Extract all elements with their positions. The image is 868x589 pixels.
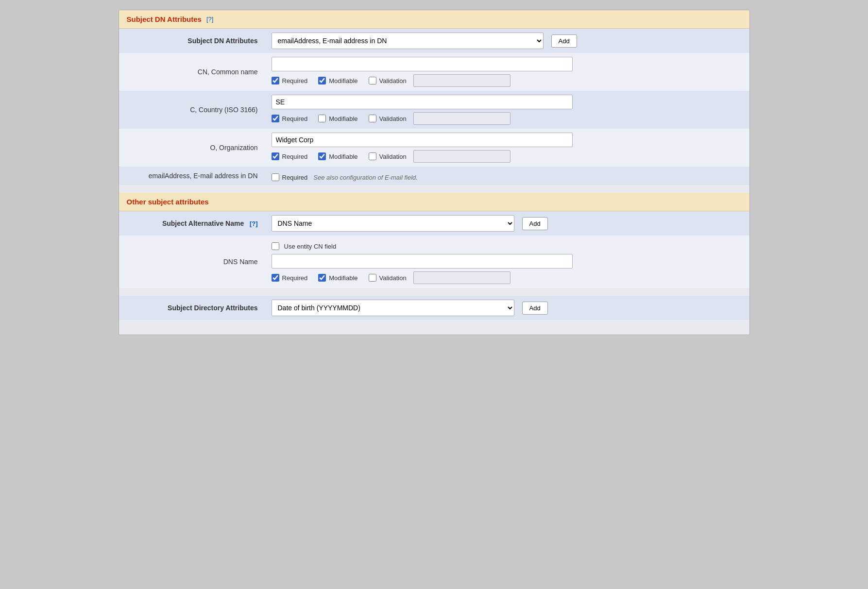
table-row: Subject Alternative Name [?] DNS Name IP…	[119, 211, 749, 236]
san-select[interactable]: DNS Name IP Address RFC 822 Name (email)	[272, 215, 514, 232]
email-dn-checkbox-row: Required See also configuration of E-mai…	[272, 173, 743, 181]
dns-checkbox-row: Required Modifiable Validation	[272, 271, 743, 284]
main-container: Subject DN Attributes [?] Subject DN Att…	[119, 10, 750, 335]
subject-dn-add-button[interactable]: Add	[551, 34, 577, 48]
country-modifiable-label: Modifiable	[329, 115, 357, 122]
dns-input-wrapper	[272, 254, 743, 269]
email-dn-required-checkbox[interactable]	[272, 173, 279, 181]
email-dn-note: See also configuration of E-mail field.	[313, 174, 418, 181]
org-validation-input[interactable]	[413, 150, 511, 163]
spacer-row-2	[119, 288, 749, 296]
country-validation-checkbox[interactable]	[369, 115, 376, 122]
dns-use-cn-label: Use entity CN field	[284, 243, 337, 250]
table-row: CN, Common name Required Modifiable Vali…	[119, 53, 749, 91]
dns-validation-checkbox[interactable]	[369, 274, 376, 282]
dns-modifiable-checkbox[interactable]	[318, 274, 326, 282]
org-value: Required Modifiable Validation	[265, 129, 749, 167]
sda-select-group: Date of birth (YYYYMMDD) Place of birth …	[272, 300, 743, 316]
country-value: Required Modifiable Validation	[265, 91, 749, 129]
email-dn-value: Required See also configuration of E-mai…	[265, 167, 749, 185]
dns-validation-label: Validation	[379, 274, 407, 282]
cn-label: CN, Common name	[119, 53, 265, 91]
dns-validation-input[interactable]	[413, 271, 511, 284]
cn-input[interactable]	[272, 57, 573, 71]
cn-modifiable-label: Modifiable	[329, 77, 357, 84]
sda-label: Subject Directory Attributes	[119, 296, 265, 320]
org-checkbox-row: Required Modifiable Validation	[272, 150, 743, 163]
sda-add-button[interactable]: Add	[522, 302, 548, 315]
spacer-row	[119, 185, 749, 193]
country-modifiable-checkbox[interactable]	[318, 115, 326, 122]
dns-required-checkbox[interactable]	[272, 274, 279, 282]
org-validation-label: Validation	[379, 153, 407, 160]
org-required-label: Required	[282, 153, 308, 160]
country-validation-input[interactable]	[413, 112, 511, 125]
org-modifiable-checkbox[interactable]	[318, 152, 326, 160]
org-required-checkbox[interactable]	[272, 152, 279, 160]
sda-value: Date of birth (YYYYMMDD) Place of birth …	[265, 296, 749, 320]
country-validation-label: Validation	[379, 115, 407, 122]
san-select-group: DNS Name IP Address RFC 822 Name (email)…	[272, 215, 743, 232]
country-required-checkbox[interactable]	[272, 115, 279, 122]
email-dn-label: emailAddress, E-mail address in DN	[119, 167, 265, 185]
table-row: emailAddress, E-mail address in DN Requi…	[119, 167, 749, 185]
dns-value: Use entity CN field Required Modifiable …	[265, 236, 749, 288]
other-subject-title: Other subject attributes	[127, 198, 209, 206]
table-row: O, Organization Required Modifiable Vali…	[119, 129, 749, 167]
email-dn-required-label: Required	[282, 174, 308, 181]
dns-modifiable-label: Modifiable	[329, 274, 357, 282]
cn-modifiable-checkbox[interactable]	[318, 77, 326, 84]
org-label: O, Organization	[119, 129, 265, 167]
dns-use-cn-row: Use entity CN field	[272, 242, 743, 250]
bottom-spacer-row	[119, 320, 749, 335]
country-required-label: Required	[282, 115, 308, 122]
table-row: C, Country (ISO 3166) Required Modifiabl…	[119, 91, 749, 129]
subject-dn-help-link[interactable]: [?]	[206, 16, 213, 23]
org-modifiable-label: Modifiable	[329, 153, 357, 160]
cn-validation-label: Validation	[379, 77, 407, 84]
table-row: Subject Directory Attributes Date of bir…	[119, 296, 749, 320]
san-label: Subject Alternative Name [?]	[119, 211, 265, 236]
cn-checkbox-row: Required Modifiable Validation	[272, 74, 743, 87]
country-label: C, Country (ISO 3166)	[119, 91, 265, 129]
table-row: Subject DN Attributes emailAddress, E-ma…	[119, 29, 749, 53]
san-help-link[interactable]: [?]	[250, 220, 258, 227]
sda-select[interactable]: Date of birth (YYYYMMDD) Place of birth …	[272, 300, 514, 316]
country-checkbox-row: Required Modifiable Validation	[272, 112, 743, 125]
cn-required-checkbox[interactable]	[272, 77, 279, 84]
table-row: DNS Name Use entity CN field Required Mo…	[119, 236, 749, 288]
dns-label: DNS Name	[119, 236, 265, 288]
subject-dn-title: Subject DN Attributes	[127, 15, 202, 23]
subject-dn-select-group: emailAddress, E-mail address in DN CN, C…	[272, 33, 743, 49]
other-subject-table: Subject Alternative Name [?] DNS Name IP…	[119, 211, 749, 335]
dns-required-label: Required	[282, 274, 308, 282]
cn-value: Required Modifiable Validation	[265, 53, 749, 91]
cn-validation-checkbox[interactable]	[369, 77, 376, 84]
country-input[interactable]	[272, 95, 573, 109]
org-validation-checkbox[interactable]	[369, 152, 376, 160]
subject-dn-table: Subject DN Attributes emailAddress, E-ma…	[119, 29, 749, 193]
dns-use-cn-checkbox[interactable]	[272, 242, 279, 250]
dns-input[interactable]	[272, 254, 573, 269]
subject-dn-attributes-label: Subject DN Attributes	[119, 29, 265, 53]
san-add-button[interactable]: Add	[522, 217, 548, 230]
other-subject-section-header: Other subject attributes	[119, 193, 749, 211]
cn-required-label: Required	[282, 77, 308, 84]
san-value: DNS Name IP Address RFC 822 Name (email)…	[265, 211, 749, 236]
subject-dn-section-header: Subject DN Attributes [?]	[119, 10, 749, 29]
subject-dn-attributes-value: emailAddress, E-mail address in DN CN, C…	[265, 29, 749, 53]
org-input[interactable]	[272, 133, 573, 147]
cn-validation-input[interactable]	[413, 74, 511, 87]
subject-dn-select[interactable]: emailAddress, E-mail address in DN CN, C…	[272, 33, 544, 49]
